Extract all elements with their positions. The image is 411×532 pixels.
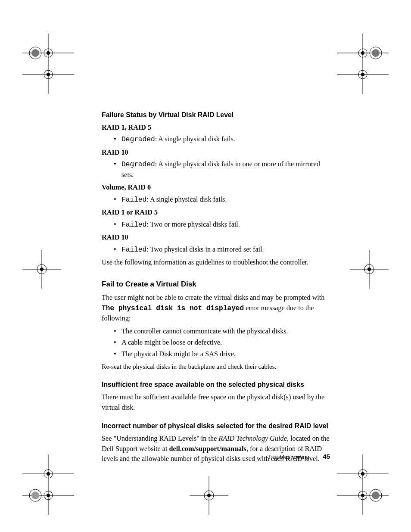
svg-point-43: [361, 494, 364, 497]
intro-pre: The user might not be able to create the…: [102, 294, 324, 302]
heading-incorrect-number: Incorrect number of physical disks selec…: [102, 421, 330, 431]
bullet-item: Degraded: A single physical disk fails i…: [114, 159, 330, 180]
page-content: Failure Status by Virtual Disk RAID Leve…: [102, 110, 330, 467]
svg-point-30: [31, 492, 39, 499]
svg-point-25: [367, 268, 371, 271]
svg-point-40: [358, 470, 367, 478]
svg-point-12: [370, 47, 382, 59]
raid-group-title: RAID 1 or RAID 5: [102, 208, 330, 218]
bullet-item: Degraded: A single physical disk fails.: [114, 134, 330, 145]
bullet-list: The controller cannot communicate with t…: [102, 327, 330, 359]
bullet-item: The physical Disk might be a SAS drive.: [114, 349, 330, 359]
svg-point-8: [47, 73, 50, 76]
footer-page-number: 45: [323, 453, 330, 460]
status-code: Degraded: [121, 136, 155, 143]
bullet-item: A cable might be loose or defective.: [114, 338, 330, 348]
heading-fail-create: Fail to Create a Virtual Disk: [102, 279, 330, 290]
svg-point-15: [361, 51, 364, 55]
status-code: Failed: [121, 196, 146, 204]
bullet-item: The controller cannot communicate with t…: [114, 327, 330, 336]
status-desc: : Two or more physical disks fail.: [146, 221, 240, 228]
status-desc: : A single physical disk fails.: [146, 196, 227, 203]
footer-section: Troubleshooting: [268, 454, 309, 460]
svg-point-16: [358, 70, 367, 79]
page-footer: Troubleshooting | 45: [268, 452, 330, 461]
svg-point-7: [44, 70, 53, 79]
crop-mark-icon: [22, 454, 74, 515]
svg-point-3: [29, 47, 41, 59]
svg-point-24: [364, 264, 374, 274]
bullet-list: Degraded: A single physical disk fails i…: [102, 159, 330, 180]
bullet-item: Failed: A single physical disk fails.: [114, 195, 330, 205]
crop-mark-icon: [350, 250, 389, 289]
s4-italic: RAID Technology Guide: [218, 435, 287, 442]
svg-point-38: [370, 489, 382, 501]
crop-mark-icon: [22, 34, 74, 94]
svg-point-21: [40, 268, 44, 271]
svg-point-33: [44, 491, 53, 500]
bullet-list: Degraded: A single physical disk fails.: [102, 134, 330, 145]
crop-mark-icon: [337, 34, 389, 94]
bullet-list: Failed: Two or more physical disks fail.: [102, 220, 330, 230]
s4-bold: dell.com/support/manuals: [169, 445, 246, 453]
section2-trailer: Re-seat the physical disks in the backpl…: [102, 362, 330, 371]
bullet-list: Failed: Two physical disks in a mirrored…: [102, 245, 330, 255]
svg-point-13: [372, 49, 380, 57]
status-code: Failed: [121, 246, 146, 254]
svg-point-17: [361, 73, 364, 76]
svg-point-32: [47, 472, 50, 476]
section2-intro: The user might not be able to create the…: [102, 293, 330, 324]
section3-body: There must be sufficient available free …: [102, 392, 330, 413]
svg-point-5: [44, 49, 53, 57]
status-desc: : A single physical disk fails.: [155, 135, 235, 143]
svg-point-20: [37, 264, 47, 274]
heading-failure-status: Failure Status by Virtual Disk RAID Leve…: [102, 110, 330, 120]
raid-group-title: RAID 10: [102, 148, 330, 158]
svg-point-39: [372, 492, 380, 499]
svg-point-41: [361, 472, 364, 476]
bullet-item: Failed: Two physical disks in a mirrored…: [114, 245, 330, 255]
status-code: Degraded: [121, 161, 155, 168]
status-code: Failed: [121, 221, 146, 229]
svg-point-34: [47, 494, 50, 497]
svg-point-46: [204, 491, 214, 500]
heading-insufficient-space: Insufficient free space available on the…: [102, 380, 330, 390]
raid-group-title: RAID 10: [102, 233, 330, 243]
crop-mark-icon: [337, 454, 389, 515]
svg-point-4: [31, 49, 39, 57]
raid-group-title: Volume, RAID 0: [102, 183, 330, 193]
svg-point-29: [29, 489, 41, 501]
crop-mark-icon: [190, 476, 228, 515]
svg-point-6: [47, 51, 50, 55]
svg-point-31: [44, 470, 53, 478]
footer-separator: |: [315, 454, 317, 460]
s4-pre: See "Understanding RAID Levels" in the: [102, 435, 218, 442]
crop-mark-icon: [22, 250, 61, 289]
raid-group-title: RAID 1, RAID 5: [102, 123, 330, 133]
bullet-item: Failed: Two or more physical disks fail.: [114, 220, 330, 230]
bullet-list: Failed: A single physical disk fails.: [102, 195, 330, 205]
svg-point-42: [358, 491, 367, 500]
svg-point-14: [358, 49, 367, 57]
status-desc: : Two physical disks in a mirrored set f…: [146, 246, 264, 253]
svg-point-47: [207, 494, 211, 497]
intro-code: The physical disk is not displayed: [102, 305, 244, 312]
section1-footnote: Use the following information as guideli…: [102, 258, 330, 268]
